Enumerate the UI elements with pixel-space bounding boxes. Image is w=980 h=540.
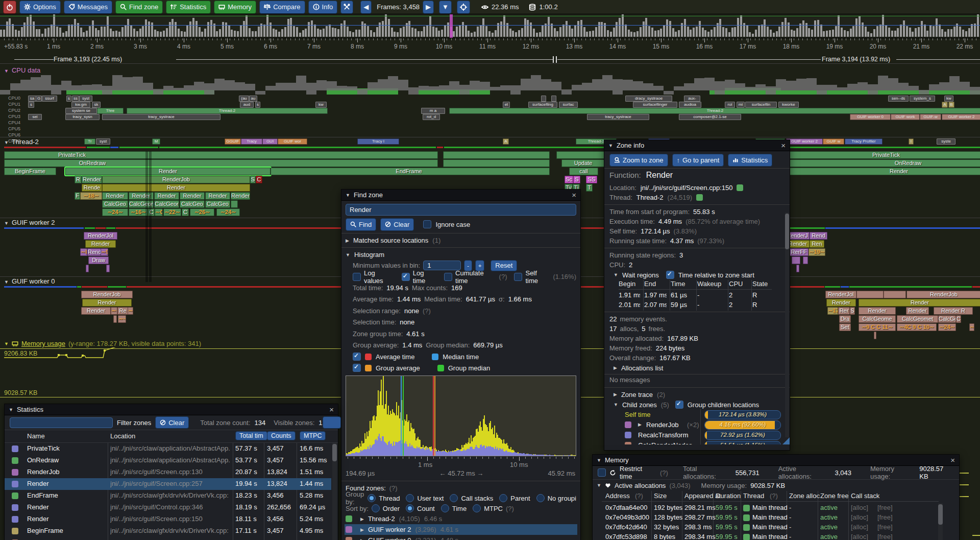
frame-bar[interactable] bbox=[482, 18, 484, 37]
cpu-zone-chip[interactable]: GUIF work bbox=[891, 114, 920, 120]
frame-bar[interactable] bbox=[607, 30, 609, 37]
frame-bar[interactable] bbox=[361, 21, 363, 37]
timeline-zone[interactable] bbox=[884, 291, 906, 298]
timeline-zone[interactable]: Render bbox=[82, 299, 132, 307]
cpu-zone-chip[interactable]: Tracy bbox=[241, 138, 262, 145]
frame-bar[interactable] bbox=[731, 28, 733, 37]
frame-bar[interactable] bbox=[228, 26, 230, 37]
frame-bar[interactable] bbox=[349, 31, 351, 37]
frame-bar[interactable] bbox=[246, 15, 248, 37]
cpu-zone-chip[interactable]: dracy_systraoe bbox=[625, 96, 672, 102]
frame-bar[interactable] bbox=[802, 20, 804, 37]
frame-bar[interactable] bbox=[133, 29, 135, 37]
memory-row[interactable]: 0x7dfc42d64032 bytes298.3 ms59.95 sMain … bbox=[602, 523, 939, 533]
frame-bar[interactable] bbox=[770, 30, 772, 37]
frame-bar[interactable] bbox=[41, 34, 43, 37]
timeline-zone[interactable]: S bbox=[250, 176, 256, 183]
frame-overview-strip[interactable] bbox=[0, 14, 980, 38]
frame-bar[interactable] bbox=[702, 28, 704, 37]
cpu-zone-chip[interactable]: aux- bbox=[684, 96, 700, 102]
cpu-zone-chip[interactable]: M bbox=[152, 138, 160, 145]
go-to-parent-button[interactable]: ↑Go to parent bbox=[672, 154, 724, 167]
cpu-zone-chip[interactable]: A bbox=[942, 102, 948, 108]
timeline-zone[interactable]: F bbox=[75, 192, 80, 200]
frame-bar[interactable] bbox=[485, 26, 487, 37]
timeline-zone[interactable]: ∼8∼ bbox=[80, 248, 87, 256]
cpu-zone-chip[interactable]: surfaceflinger bbox=[633, 102, 677, 108]
frame-bar[interactable] bbox=[630, 32, 632, 37]
frame-bar[interactable] bbox=[595, 27, 597, 37]
mem-col-header[interactable]: Zone free bbox=[820, 492, 849, 500]
timeline-zone[interactable]: Rer bbox=[838, 307, 850, 315]
frame-bar[interactable] bbox=[725, 28, 727, 37]
frame-bar[interactable] bbox=[586, 32, 588, 37]
frame-bar[interactable] bbox=[130, 26, 132, 37]
frame-bar[interactable] bbox=[95, 28, 97, 37]
frame-bar[interactable] bbox=[9, 18, 11, 37]
frame-bar[interactable] bbox=[509, 29, 511, 37]
timeline-zone[interactable] bbox=[796, 265, 799, 272]
timeline-zone[interactable]: ∼19∼ bbox=[808, 248, 825, 256]
timeline-zone[interactable]: CalcGeome bbox=[859, 315, 896, 323]
timeline-zone[interactable] bbox=[443, 159, 550, 167]
frame-bar[interactable] bbox=[453, 31, 455, 37]
timeline-zone[interactable]: RenderJob bbox=[906, 291, 980, 298]
group-by-radio-call-stacks[interactable] bbox=[450, 494, 458, 502]
frame-bar[interactable] bbox=[719, 19, 721, 37]
cpu-zone-chip[interactable]: syste bbox=[937, 138, 955, 145]
frame-bar[interactable] bbox=[438, 31, 440, 37]
cpu-zone-chip[interactable]: G bbox=[36, 96, 42, 102]
timeline-zone[interactable]: OnRedraw bbox=[789, 159, 980, 167]
mem-col-header[interactable]: Address bbox=[605, 492, 630, 500]
mem-col-header[interactable]: Zone alloc bbox=[789, 492, 820, 500]
timeline-zone[interactable]: ∼9∼ bbox=[101, 248, 108, 256]
frame-bar[interactable] bbox=[74, 19, 76, 37]
frame-bar[interactable] bbox=[323, 29, 325, 37]
timeline-zone[interactable]: CalcGeo bbox=[180, 200, 205, 208]
timeline-zone[interactable]: CalcGeo bbox=[205, 200, 230, 208]
frame-bar[interactable] bbox=[924, 25, 926, 37]
frame-bar[interactable] bbox=[86, 31, 88, 37]
cumulate-time-checkbox[interactable] bbox=[444, 273, 452, 281]
frame-bar[interactable] bbox=[145, 19, 147, 37]
frame-bar[interactable] bbox=[432, 27, 434, 37]
frame-bar[interactable] bbox=[965, 31, 967, 37]
cpu-zone-chip[interactable]: kw bbox=[315, 102, 327, 108]
frame-bar[interactable] bbox=[231, 30, 233, 37]
col-counts[interactable]: Counts bbox=[267, 431, 296, 440]
frame-bar[interactable] bbox=[867, 32, 869, 37]
frame-bar[interactable] bbox=[524, 18, 526, 37]
frame-bar[interactable] bbox=[376, 27, 378, 37]
frame-bar[interactable] bbox=[367, 26, 369, 37]
frame-bar[interactable] bbox=[477, 27, 479, 37]
cpu-zone-chip[interactable]: kw bbox=[944, 96, 953, 102]
frame-bar[interactable] bbox=[950, 29, 952, 37]
frame-bar[interactable] bbox=[326, 26, 328, 37]
frame-bar[interactable] bbox=[429, 16, 431, 37]
frame-bar[interactable] bbox=[423, 27, 425, 37]
frame-bar[interactable] bbox=[21, 27, 23, 37]
frame-bar[interactable] bbox=[776, 31, 778, 37]
frame-bar[interactable] bbox=[903, 20, 905, 37]
frame-bar[interactable] bbox=[684, 19, 686, 37]
frame-bar[interactable] bbox=[15, 30, 17, 37]
timeline-zone[interactable]: Rend bbox=[810, 232, 827, 240]
child-time-bar[interactable]: 72.92 µs (1.62%) bbox=[704, 431, 781, 440]
stats-scrollbar-thumb[interactable] bbox=[332, 444, 337, 461]
frame-bar[interactable] bbox=[554, 28, 556, 37]
mem-scrollbar-thumb[interactable] bbox=[938, 504, 943, 525]
frame-bar[interactable] bbox=[0, 30, 2, 37]
frame-bar[interactable] bbox=[814, 20, 816, 37]
group-by-radio-parent[interactable] bbox=[499, 494, 507, 502]
frame-bar[interactable] bbox=[474, 32, 476, 37]
collapse-icon[interactable]: ▼ bbox=[614, 272, 618, 277]
frame-bar[interactable] bbox=[204, 29, 206, 37]
frame-bar[interactable] bbox=[435, 28, 437, 37]
frame-bar[interactable] bbox=[408, 21, 410, 37]
frame-bar[interactable] bbox=[311, 20, 313, 37]
table-row[interactable]: Renderjni/../jni/src/guif/Screen.cpp:257… bbox=[5, 478, 331, 490]
frame-bar[interactable] bbox=[962, 30, 964, 37]
frame-bar[interactable] bbox=[820, 25, 822, 37]
clear-button[interactable]: Clear bbox=[380, 218, 414, 231]
frame-bar[interactable] bbox=[317, 29, 319, 37]
